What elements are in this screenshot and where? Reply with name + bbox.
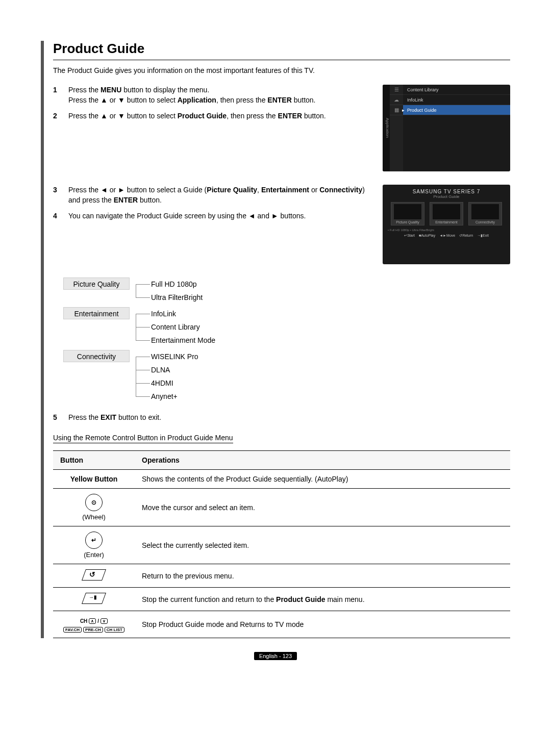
ch-key: PRE-CH (83, 627, 103, 633)
button-cell: CH ∧/∨FAV.CHPRE-CHCH LIST (53, 611, 135, 638)
steps-group-a: 1Press the MENU button to display the me… (53, 85, 372, 171)
pg-hints: ↵Start■AutoPlay◄►Move↺Return→▮Exit (388, 234, 505, 238)
button-cell: ⊙(Wheel) (53, 489, 135, 526)
operation-cell: Stop the current function and return to … (135, 588, 510, 611)
enter-label: (Enter) (60, 551, 128, 559)
intro-text: The Product Guide gives you information … (53, 66, 510, 74)
step-text: Press the ◄ or ► button to select a Guid… (68, 185, 372, 206)
step-number: 4 (53, 211, 60, 221)
remote-table: Button Operations Yellow ButtonShows the… (53, 450, 510, 638)
page-footer: English - 123 (41, 651, 510, 660)
table-row: CH ∧/∨FAV.CHPRE-CHCH LISTStop Product Gu… (53, 611, 510, 638)
tree-item: WISELINK Pro (145, 350, 198, 363)
pg-note: • Full HD 1080p • Ultra FilterBright (388, 229, 505, 232)
pg-hint: ↵Start (404, 234, 415, 238)
step: 1Press the MENU button to display the me… (53, 85, 372, 106)
exit-icon (82, 593, 106, 604)
tv-menu-item: Product Guide (403, 105, 510, 115)
wheel-label: (Wheel) (60, 513, 128, 521)
button-cell (53, 588, 135, 611)
step-number: 1 (53, 85, 60, 106)
table-row: Yellow ButtonShows the contents of the P… (53, 470, 510, 489)
step-text: Press the ▲ or ▼ button to select Produc… (68, 111, 372, 121)
product-guide-screenshot: SAMSUNG TV SERIES 7 Product Guide Pictur… (383, 185, 510, 264)
remote-subheading: Using the Remote Control Button in Produ… (53, 434, 233, 443)
tv-menu-screenshot: Application ☰ ☁ ▦ Content LibraryInfoLin… (383, 85, 510, 171)
tree-item: Ultra FilterBright (145, 291, 203, 304)
pg-cards: Picture QualityEntertainmentConnectivity (388, 202, 505, 225)
tv-menu-icons: ☰ ☁ ▦ (390, 85, 403, 171)
table-row: ⊙(Wheel)Move the cursor and select an it… (53, 489, 510, 526)
pg-card: Connectivity (468, 202, 502, 225)
table-row: Return to the previous menu. (53, 564, 510, 588)
ch-key: CH LIST (105, 627, 124, 633)
step-text: Press the MENU button to display the men… (68, 85, 372, 106)
step: 3Press the ◄ or ► button to select a Gui… (53, 185, 372, 206)
tree-item: 4HDMI (145, 376, 198, 390)
tree-item: InfoLink (145, 307, 215, 320)
ch-up-icon: ∧ (89, 618, 96, 624)
operation-cell: Stop Product Guide mode and Returns to T… (135, 611, 510, 638)
step: 4You can navigate the Product Guide scre… (53, 211, 372, 221)
tv-menu-item: Content Library (403, 85, 510, 95)
operation-cell: Move the cursor and select an item. (135, 489, 510, 526)
tree-item: Full HD 1080p (145, 278, 203, 291)
step-number: 5 (53, 412, 60, 422)
tree-item: Entertainment Mode (145, 334, 215, 347)
operation-cell: Return to the previous menu. (135, 564, 510, 588)
tree-item: Anynet+ (145, 390, 198, 403)
tv-menu-icon: ☰ (390, 85, 403, 95)
steps-group-b: 3Press the ◄ or ► button to select a Gui… (53, 185, 372, 264)
step-text: Press the EXIT button to exit. (68, 412, 510, 422)
pg-card: Picture Quality (391, 202, 424, 225)
pg-hint: ■AutoPlay (419, 234, 435, 238)
pg-hint: ◄►Move (439, 234, 455, 238)
ch-row: CH ∧/∨ (80, 618, 108, 624)
tv-menu-icon: ▦ (390, 105, 403, 115)
button-cell: Yellow Button (53, 470, 135, 489)
pg-hint: ↺Return (459, 234, 473, 238)
pg-brand: SAMSUNG TV SERIES 7 (388, 189, 505, 194)
table-header-operations: Operations (135, 451, 510, 470)
tree-item: DLNA (145, 363, 198, 376)
wheel-icon: ⊙ (85, 494, 103, 511)
table-header-button: Button (53, 451, 135, 470)
feature-tree: Picture QualityFull HD 1080pUltra Filter… (63, 278, 510, 403)
tv-menu-items: Content LibraryInfoLinkProduct Guide (403, 85, 510, 171)
tv-menu-vtab: Application (383, 85, 390, 171)
operation-cell: Shows the contents of the Product Guide … (135, 470, 510, 489)
operation-cell: Select the currently selected item. (135, 526, 510, 564)
tv-menu-icon: ☁ (390, 95, 403, 105)
step: 2Press the ▲ or ▼ button to select Produ… (53, 111, 372, 121)
step-5: 5 Press the EXIT button to exit. (53, 412, 510, 422)
tree-category: Picture Quality (63, 278, 130, 290)
pg-subtitle: Product Guide (388, 194, 505, 199)
step-text: You can navigate the Product Guide scree… (68, 211, 372, 221)
tree-category: Connectivity (63, 350, 130, 362)
pg-card: Entertainment (430, 202, 463, 225)
tree-item: Content Library (145, 320, 215, 334)
pg-hint: →▮Exit (477, 234, 489, 238)
tree-category: Entertainment (63, 307, 130, 319)
button-cell (53, 564, 135, 588)
enter-icon: ↵ (85, 532, 103, 549)
step-number: 2 (53, 111, 60, 121)
page-number-badge: English - 123 (254, 652, 297, 660)
tv-menu-item: InfoLink (403, 95, 510, 105)
page-title: Product Guide (53, 41, 510, 57)
ch-down-icon: ∨ (101, 618, 108, 624)
yellow-button-label: Yellow Button (70, 475, 118, 483)
divider (53, 60, 510, 60)
button-cell: ↵(Enter) (53, 526, 135, 564)
table-row: Stop the current function and return to … (53, 588, 510, 611)
ch-key: FAV.CH (63, 627, 82, 633)
return-icon (82, 569, 106, 581)
table-row: ↵(Enter)Select the currently selected it… (53, 526, 510, 564)
step-number: 3 (53, 185, 60, 206)
